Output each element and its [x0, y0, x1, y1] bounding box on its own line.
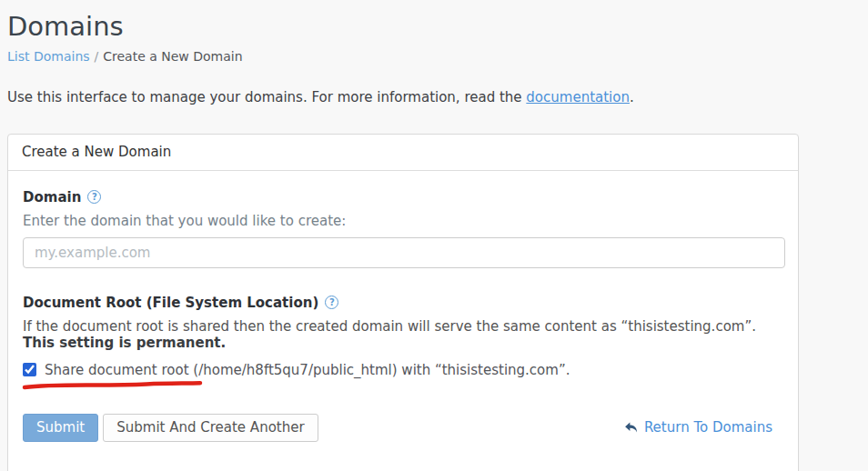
return-to-domains-link[interactable]: Return To Domains — [624, 419, 772, 436]
share-docroot-label[interactable]: Share document root (/home/h8ft5qu7/publ… — [45, 362, 570, 378]
domain-label: Domain — [23, 189, 81, 205]
share-docroot-checkbox[interactable] — [23, 363, 36, 376]
docroot-description-bold: This setting is permanent. — [23, 335, 226, 351]
domain-field-group: Domain ? Enter the domain that you would… — [23, 189, 783, 268]
domains-page: Domains List Domains/Create a New Domain… — [0, 0, 868, 471]
domain-label-row: Domain ? — [23, 189, 783, 205]
red-underline-annotation — [19, 379, 205, 392]
submit-and-create-another-button[interactable]: Submit And Create Another — [103, 414, 318, 442]
breadcrumb: List Domains/Create a New Domain — [7, 49, 868, 65]
intro-text-after: . — [630, 89, 634, 105]
help-icon[interactable]: ? — [87, 190, 101, 204]
panel-body: Domain ? Enter the domain that you would… — [8, 171, 798, 471]
page-title: Domains — [7, 11, 868, 43]
breadcrumb-current: Create a New Domain — [103, 49, 242, 64]
return-to-domains-label: Return To Domains — [644, 419, 772, 436]
documentation-link[interactable]: documentation — [526, 89, 630, 105]
create-domain-panel: Create a New Domain Domain ? Enter the d… — [7, 134, 799, 471]
domain-hint: Enter the domain that you would like to … — [23, 213, 783, 229]
intro-text: Use this interface to manage your domain… — [7, 89, 868, 105]
docroot-description-text: If the document root is shared then the … — [23, 318, 756, 335]
docroot-label-row: Document Root (File System Location) ? — [23, 295, 783, 311]
share-docroot-row: Share document root (/home/h8ft5qu7/publ… — [23, 362, 783, 378]
panel-heading: Create a New Domain — [8, 135, 798, 171]
docroot-label: Document Root (File System Location) — [23, 295, 318, 311]
help-icon[interactable]: ? — [325, 296, 338, 309]
breadcrumb-link-list-domains[interactable]: List Domains — [7, 49, 90, 64]
intro-text-before: Use this interface to manage your domain… — [7, 89, 526, 105]
docroot-field-group: Document Root (File System Location) ? I… — [23, 295, 783, 378]
submit-button[interactable]: Submit — [23, 414, 98, 442]
reply-arrow-icon — [624, 421, 638, 435]
breadcrumb-separator: / — [95, 49, 99, 64]
domain-input[interactable] — [23, 237, 785, 268]
form-actions: Submit Submit And Create Another Return … — [23, 414, 783, 442]
docroot-description: If the document root is shared then the … — [23, 318, 783, 351]
